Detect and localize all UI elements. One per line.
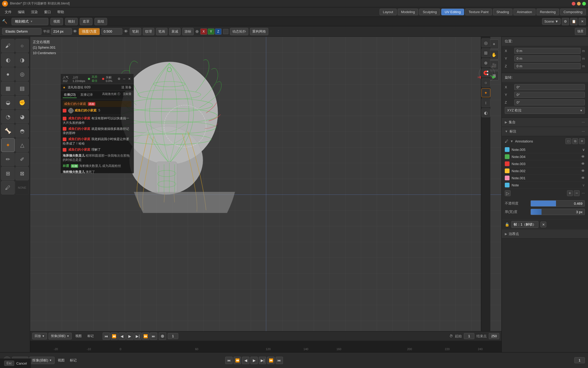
- markers-btn[interactable]: 标记: [68, 357, 79, 364]
- skip-end-btn[interactable]: ⏭: [276, 357, 283, 364]
- ri-viewport-shading[interactable]: ◎: [481, 38, 490, 47]
- sculpt-mask-btn[interactable]: 遮罩: [80, 18, 92, 25]
- close-btn[interactable]: [572, 2, 575, 6]
- ann-eye-3[interactable]: 👁: [581, 162, 585, 166]
- rot-y-value[interactable]: 0°: [514, 92, 585, 98]
- workspace-tab-animation[interactable]: Animation: [513, 9, 536, 15]
- tool-pinch[interactable]: ◐: [1, 53, 15, 67]
- menu-file[interactable]: 文件: [2, 9, 14, 16]
- tool-pose[interactable]: 🦴: [1, 124, 15, 138]
- ri-transform[interactable]: ↕: [481, 98, 490, 107]
- tool-box-mask[interactable]: ⊠: [15, 167, 29, 180]
- step-fwd-btn[interactable]: ▶|: [259, 357, 266, 364]
- workspace-tab-texture[interactable]: Texture Paint: [465, 9, 492, 15]
- tool-elastic-deform[interactable]: ✦: [1, 138, 15, 152]
- scene-btn2[interactable]: 📋: [570, 18, 578, 25]
- scene-btn3[interactable]: ✕: [579, 18, 586, 25]
- skip-start-btn[interactable]: ⏮: [225, 357, 233, 364]
- lock-toggle[interactable]: [223, 29, 228, 34]
- pos-x-value[interactable]: 0 m: [514, 48, 581, 54]
- brush-name-label[interactable]: Elastic Deform: [2, 28, 41, 35]
- sculpt-sculpt-btn[interactable]: 雕刻: [65, 18, 78, 25]
- position-section-header[interactable]: 位置:: [502, 37, 588, 46]
- ri-active-tool[interactable]: ✦: [481, 88, 490, 97]
- ri-sculpt-option[interactable]: ◐: [481, 108, 490, 117]
- radius-eye-icon[interactable]: 👁: [73, 29, 77, 34]
- tool-mask[interactable]: ✏: [1, 152, 15, 166]
- opacity-bar[interactable]: 0.469: [531, 200, 585, 207]
- tl-play-pause[interactable]: ▶: [126, 333, 134, 340]
- ri-overlay[interactable]: ⊞: [481, 48, 490, 57]
- workspace-tab-compositing[interactable]: Compositing: [560, 9, 586, 15]
- cancel-label[interactable]: Cancel: [16, 361, 27, 365]
- workspace-tab-uv[interactable]: UV Editing: [441, 9, 464, 15]
- frame-label[interactable]: 帧：1（解锁）: [511, 221, 538, 228]
- ri-snap[interactable]: 🧲: [481, 68, 490, 77]
- tool-clay-strips[interactable]: ▦: [1, 81, 15, 95]
- tool-smooth[interactable]: ○: [15, 39, 29, 53]
- ann-eye-1[interactable]: ∨: [582, 147, 585, 152]
- menu-window[interactable]: 窗口: [41, 9, 54, 16]
- z-btn[interactable]: Z: [215, 28, 222, 35]
- menu-help[interactable]: 帮助: [55, 9, 67, 16]
- ri-gizmo[interactable]: ⊕: [481, 58, 490, 67]
- menu-edit[interactable]: 编辑: [15, 9, 27, 16]
- end-frame[interactable]: 250: [489, 333, 499, 339]
- ann-eye-2[interactable]: 👁: [581, 155, 585, 159]
- start-frame[interactable]: 1: [464, 333, 474, 339]
- chat-min-btn[interactable]: ─: [122, 77, 126, 81]
- frame-close-btn[interactable]: ✕: [540, 222, 546, 227]
- tl-jump-start[interactable]: ⏮: [103, 333, 110, 340]
- texture-dropdown[interactable]: 纹理: [143, 28, 154, 35]
- workspace-tab-modeling[interactable]: Modeling: [398, 9, 418, 15]
- rot-x-value[interactable]: 0°: [514, 84, 585, 90]
- current-frame[interactable]: 1: [168, 333, 178, 339]
- pos-y-value[interactable]: 0 m: [514, 55, 581, 62]
- brush-dropdown[interactable]: 笔刷: [130, 28, 141, 35]
- tool-crease[interactable]: ◑: [15, 53, 29, 67]
- x-btn[interactable]: X: [200, 28, 207, 35]
- playback-dropdown[interactable]: 回放▼: [32, 333, 47, 339]
- tool-grab[interactable]: ✊: [15, 96, 29, 109]
- mode-selector[interactable]: 雕刻模式 ▼: [12, 18, 48, 25]
- suggestions-header[interactable]: ▶ 泊荐点: [502, 229, 588, 238]
- workspace-tab-rendering[interactable]: Rendering: [537, 9, 559, 15]
- gift-all-btn[interactable]: 送 装备: [121, 85, 132, 90]
- tool-thumb[interactable]: ◕: [15, 110, 29, 124]
- maximize-btn[interactable]: [582, 2, 586, 6]
- sculpt-facesets-btn[interactable]: 面组: [94, 18, 107, 25]
- y-btn[interactable]: Y: [208, 28, 214, 35]
- main-viewport[interactable]: 正交右视图 (1) Sphere.001 10 Centimeters: [30, 37, 501, 352]
- strength-input[interactable]: 0.500: [101, 28, 122, 35]
- remesh-btn[interactable]: 重构网格: [250, 28, 268, 35]
- ann-eye-6[interactable]: ∨: [582, 183, 585, 187]
- tool-blob[interactable]: ●: [1, 67, 15, 81]
- menu-render[interactable]: 渲染: [28, 9, 40, 16]
- minimize-btn[interactable]: [577, 2, 581, 6]
- chat-settings-btn[interactable]: ⚙: [117, 77, 121, 81]
- tl-next-frame[interactable]: ▶|: [134, 333, 141, 340]
- chat-tab-live[interactable]: 在播(23): [63, 92, 77, 98]
- tool-simplify[interactable]: △: [15, 138, 29, 152]
- tool-annotate[interactable]: 🖊: [1, 181, 15, 195]
- sculpt-view-btn[interactable]: 视图: [50, 18, 63, 25]
- tl-next-keyframe[interactable]: ⏩: [142, 333, 149, 340]
- workspace-tab-layout[interactable]: Layout: [380, 9, 397, 15]
- tool-draw[interactable]: 🖌: [1, 39, 15, 53]
- falloff-dropdown[interactable]: 衰减: [169, 28, 181, 35]
- tool-snake-hook[interactable]: ◔: [1, 110, 15, 124]
- keying-mode-btn[interactable]: 抠像(插帧)▼: [29, 357, 55, 364]
- radius-input[interactable]: 214 px: [51, 28, 72, 35]
- ann-delete-btn[interactable]: ✕: [579, 138, 585, 144]
- tool-layer[interactable]: ▤: [15, 81, 29, 95]
- step-back-btn[interactable]: ◀: [242, 357, 249, 364]
- chat-close-btn[interactable]: ✕: [127, 77, 132, 81]
- dynamic-topo-btn[interactable]: 动态拓扑: [230, 28, 248, 35]
- keying-dropdown[interactable]: 抠像(插帧)▼: [49, 333, 72, 339]
- record-btn[interactable]: [159, 333, 166, 340]
- ann-camera-btn[interactable]: □: [565, 138, 571, 144]
- pan-btn[interactable]: ✋: [489, 50, 499, 59]
- strength-eye-icon[interactable]: 👁: [124, 29, 128, 34]
- tool-nudge[interactable]: ◓: [15, 124, 29, 138]
- scene-selector[interactable]: Scene ▼: [542, 18, 561, 25]
